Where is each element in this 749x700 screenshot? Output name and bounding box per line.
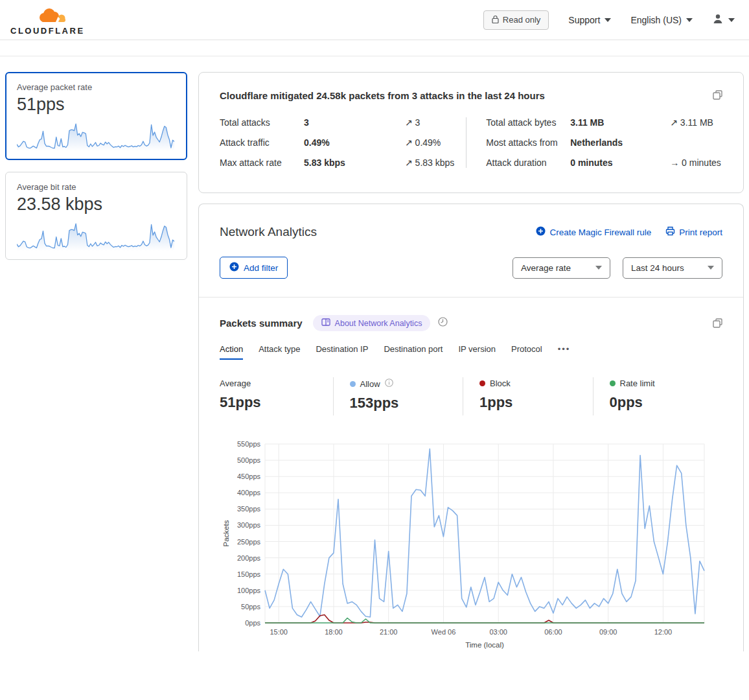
stat-label: Total attacks — [220, 117, 297, 128]
cloudflare-cloud-icon — [10, 5, 85, 28]
svg-text:12:00: 12:00 — [654, 628, 673, 636]
range-select-value: Last 24 hours — [631, 263, 684, 273]
printer-icon — [665, 226, 675, 238]
stat-label: Attack traffic — [220, 137, 297, 148]
svg-text:450pps: 450pps — [237, 472, 261, 480]
chevron-down-icon — [595, 266, 602, 270]
stat-value: 5.83 kbps — [304, 158, 398, 168]
allow-dot — [350, 381, 356, 387]
add-filter-label: Add filter — [244, 263, 278, 273]
stat-value: 0 minutes — [570, 158, 663, 168]
read-only-label: Read only — [503, 15, 541, 25]
metric-card-packet-rate[interactable]: Average packet rate 51pps — [5, 72, 187, 160]
packets-summary-title: Packets summary — [220, 318, 303, 329]
dimension-tabs: Action Attack type Destination IP Destin… — [220, 344, 722, 360]
expand-copy-icon[interactable] — [713, 90, 722, 100]
tab-attack-type[interactable]: Attack type — [259, 344, 300, 360]
chevron-down-icon — [728, 18, 735, 22]
summary-stats-left: Total attacks 3 ↗ 3 Attack traffic 0.49%… — [220, 117, 466, 168]
packets-time-series-chart: 0pps50pps100pps150pps200pps250pps300pps3… — [220, 440, 713, 649]
tab-action[interactable]: Action — [220, 344, 243, 360]
svg-text:06:00: 06:00 — [544, 628, 562, 636]
tab-ip-version[interactable]: IP version — [458, 344, 496, 360]
tabs-overflow-button[interactable]: ••• — [558, 344, 571, 360]
svg-text:100pps: 100pps — [237, 587, 261, 594]
stat-average: Average 51pps — [220, 377, 333, 415]
svg-text:18:00: 18:00 — [325, 628, 343, 636]
metric-select[interactable]: Average rate — [513, 257, 610, 279]
chevron-down-icon — [708, 266, 714, 270]
tab-destination-port[interactable]: Destination port — [384, 344, 443, 360]
user-icon — [712, 13, 724, 27]
stat-value: Netherlands — [570, 137, 663, 148]
create-rule-label: Create Magic Firewall rule — [549, 228, 651, 237]
stat-label: Max attack rate — [220, 158, 297, 168]
svg-text:Time (local): Time (local) — [465, 641, 504, 649]
svg-text:300pps: 300pps — [237, 521, 261, 529]
metric-label: Average bit rate — [17, 182, 176, 192]
stat-value: 3 — [304, 117, 398, 128]
section-divider — [199, 297, 743, 298]
stat-trend: ↗ 3 — [405, 117, 466, 128]
metric-value: 23.58 kbps — [17, 194, 176, 215]
create-magic-firewall-rule-link[interactable]: Create Magic Firewall rule — [536, 226, 651, 238]
about-network-analytics-badge[interactable]: About Network Analytics — [313, 315, 431, 331]
read-only-badge: Read only — [483, 10, 549, 30]
stat-label: Block — [490, 379, 511, 388]
plus-circle-icon — [536, 226, 546, 238]
svg-text:150pps: 150pps — [237, 570, 261, 578]
packets-chart-container: 0pps50pps100pps150pps200pps250pps300pps3… — [220, 440, 722, 651]
book-icon — [321, 318, 330, 328]
svg-text:0pps: 0pps — [245, 619, 260, 627]
network-analytics-card: Network Analytics Create Magic Firewall … — [198, 204, 744, 651]
stat-trend: → 0 minutes — [670, 158, 722, 168]
plus-circle-icon — [229, 262, 239, 274]
metric-select-value: Average rate — [521, 263, 571, 273]
expand-copy-icon[interactable] — [713, 318, 722, 328]
summary-stats-right: Total attack bytes 3.11 MB ↗ 3.11 MB Mos… — [466, 117, 722, 168]
stat-trend: ↗ 0.49% — [405, 137, 466, 148]
time-range-select[interactable]: Last 24 hours — [623, 257, 722, 279]
stat-value: 0.49% — [304, 137, 398, 148]
tab-protocol[interactable]: Protocol — [511, 344, 542, 360]
support-menu[interactable]: Support — [568, 15, 611, 25]
svg-text:Packets: Packets — [222, 520, 230, 546]
svg-text:200pps: 200pps — [237, 554, 261, 562]
svg-text:03:00: 03:00 — [489, 628, 507, 636]
stat-value: 1pps — [479, 394, 593, 411]
svg-text:500pps: 500pps — [237, 456, 261, 464]
print-report-label: Print report — [679, 228, 722, 237]
subnav-divider — [0, 40, 749, 56]
metric-label: Average packet rate — [17, 82, 176, 92]
add-filter-button[interactable]: Add filter — [220, 257, 288, 279]
metric-card-bit-rate[interactable]: Average bit rate 23.58 kbps — [5, 172, 187, 260]
language-menu[interactable]: English (US) — [630, 15, 693, 25]
stat-label: Rate limit — [620, 379, 655, 388]
stat-value: 51pps — [220, 394, 333, 411]
history-clock-icon[interactable] — [438, 317, 448, 329]
stat-label: Allow — [360, 379, 380, 389]
svg-text:50pps: 50pps — [241, 603, 260, 611]
svg-text:Wed 06: Wed 06 — [432, 628, 456, 636]
stat-value: 0pps — [610, 394, 723, 411]
metric-sidebar: Average packet rate 51pps Average bit ra… — [5, 72, 187, 260]
stat-value: 3.11 MB — [570, 117, 663, 128]
stat-label: Total attack bytes — [486, 117, 564, 128]
print-report-link[interactable]: Print report — [665, 226, 722, 238]
badge-label: About Network Analytics — [335, 319, 422, 328]
svg-text:15:00: 15:00 — [270, 628, 288, 636]
svg-text:400pps: 400pps — [237, 489, 261, 496]
cloudflare-logo[interactable]: CLOUDFLARE — [10, 5, 85, 35]
language-label: English (US) — [630, 15, 682, 25]
tab-destination-ip[interactable]: Destination IP — [316, 344, 368, 360]
info-icon[interactable] — [385, 379, 393, 389]
user-menu[interactable] — [712, 13, 735, 27]
stat-trend: ↗ 5.83 kbps — [405, 158, 466, 168]
network-analytics-title: Network Analytics — [220, 225, 317, 239]
chevron-down-icon — [605, 18, 611, 22]
metric-value: 51pps — [17, 95, 176, 115]
top-header: CLOUDFLARE Read only Support English (US… — [0, 0, 749, 40]
block-dot — [479, 380, 485, 386]
logo-wordmark: CLOUDFLARE — [10, 27, 85, 35]
stat-label: Most attacks from — [486, 137, 564, 148]
